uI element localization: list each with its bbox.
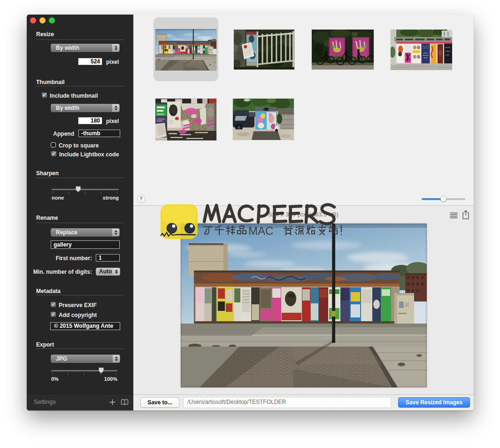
svg-text:MAC: MAC [248,224,273,237]
